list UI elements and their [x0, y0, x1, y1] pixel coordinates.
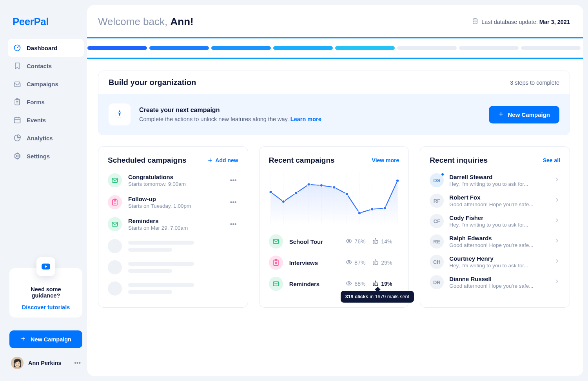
guidance-title: Need some guidance?: [16, 286, 75, 299]
nav-label: Dashboard: [27, 45, 57, 51]
sidebar-item-dashboard[interactable]: Dashboard: [8, 39, 84, 57]
campaign-chart: [269, 173, 399, 224]
campaign-name: Reminders: [289, 281, 346, 287]
inquiry-name: Darrell Steward: [449, 174, 551, 180]
sidebar-bottom: New Campaign 👩🏻 Ann Perkins •••: [9, 324, 82, 371]
scheduled-item[interactable]: CongratulationsStarts tomorrow, 9:00am••…: [108, 173, 238, 187]
recent-campaign-item[interactable]: Interviews87%29%: [269, 256, 399, 270]
inquiry-item[interactable]: DSDarrell StewardHey, I'm writing to you…: [430, 173, 560, 187]
inquiry-avatar: RE: [430, 234, 444, 249]
views-stat: 87%: [346, 259, 372, 267]
chevron-right-icon: [554, 217, 560, 225]
sidebar-item-campaigns[interactable]: Campaigns: [8, 75, 84, 93]
clicks-stat: 19%: [372, 280, 399, 288]
build-section: Build your organization 3 steps to compl…: [98, 71, 570, 135]
main-content: Welcome back, Ann! Last database update:…: [87, 5, 583, 376]
inquiry-avatar: DS: [430, 173, 444, 187]
card-title: Scheduled campaigns: [108, 156, 187, 165]
new-campaign-button[interactable]: New Campaign: [9, 330, 82, 348]
nav: DashboardContactsCampaignsFormsEventsAna…: [5, 39, 87, 268]
scheduled-item[interactable]: Follow-upStarts on Tuesday, 1:00pm•••: [108, 195, 238, 209]
progress-segment: [87, 46, 147, 50]
thumb-icon: [372, 259, 379, 267]
more-icon[interactable]: •••: [229, 219, 238, 229]
nav-label: Settings: [27, 153, 50, 160]
inquiry-item[interactable]: CFCody FisherHey, I'm writing to you to …: [430, 214, 560, 228]
progress-segment: [335, 46, 395, 50]
discover-tutorials-link[interactable]: Discover tutorials: [16, 304, 75, 310]
svg-point-7: [119, 112, 120, 113]
inquiry-message: Good afternoon! Hope you're safe...: [449, 201, 551, 207]
clipboard-icon: [269, 256, 283, 270]
add-new-link[interactable]: Add new: [207, 157, 238, 163]
chevron-right-icon: [554, 278, 560, 286]
more-icon[interactable]: •••: [229, 175, 238, 185]
mail-icon: [269, 277, 283, 291]
nav-label: Analytics: [27, 135, 53, 142]
inquiry-name: Robert Fox: [449, 194, 551, 201]
recent-campaign-item[interactable]: Reminders68%19%319 clicks in 1679 mails …: [269, 277, 399, 291]
svg-rect-3: [15, 118, 20, 123]
view-more-link[interactable]: View more: [372, 157, 399, 163]
button-label: New Campaign: [508, 111, 550, 118]
svg-point-26: [307, 183, 310, 186]
progress-segment: [211, 46, 271, 50]
svg-point-38: [348, 261, 350, 263]
clipboard-icon: [13, 98, 21, 106]
svg-point-40: [348, 283, 350, 284]
clicks-stat: 14%: [372, 238, 399, 245]
scheduled-item[interactable]: RemindersStarts on Mar 29, 7:00am•••: [108, 217, 238, 231]
clicks-stat: 29%: [372, 259, 399, 267]
inquiry-item[interactable]: RERalph EdwardsGood afternoon! Hope you'…: [430, 234, 560, 249]
svg-point-6: [473, 18, 477, 20]
progress-segment: [521, 46, 581, 50]
recent-inquiries-card: Recent inquiries See all DSDarrell Stewa…: [420, 146, 570, 308]
sidebar-item-contacts[interactable]: Contacts: [8, 57, 84, 75]
banner-title: Create your next campaign: [139, 107, 489, 114]
svg-point-30: [358, 212, 361, 215]
item-subtitle: Starts on Tuesday, 1:00pm: [128, 203, 229, 209]
svg-point-25: [294, 192, 298, 195]
card-title: Recent campaigns: [269, 156, 335, 165]
eye-icon: [346, 259, 352, 267]
guidance-card: Need some guidance? Discover tutorials: [9, 268, 82, 318]
campaign-name: Interviews: [289, 259, 346, 266]
see-all-link[interactable]: See all: [543, 157, 560, 163]
cards-row: Scheduled campaigns Add new Congratulati…: [98, 146, 570, 308]
sidebar-item-events[interactable]: Events: [8, 111, 84, 129]
new-campaign-label: New Campaign: [31, 336, 71, 343]
sidebar: PeerPal DashboardContactsCampaignsFormsE…: [5, 5, 87, 376]
inquiry-item[interactable]: DRDianne RussellGood afternoon! Hope you…: [430, 275, 560, 289]
profile[interactable]: 👩🏻 Ann Perkins •••: [9, 355, 82, 371]
scheduled-campaigns-card: Scheduled campaigns Add new Congratulati…: [98, 146, 248, 308]
skeleton-row: [108, 239, 238, 253]
more-icon[interactable]: •••: [229, 197, 238, 207]
inquiry-avatar: DR: [430, 275, 444, 289]
inquiry-item[interactable]: RFRobert FoxGood afternoon! Hope you're …: [430, 194, 560, 208]
new-campaign-banner-button[interactable]: New Campaign: [489, 106, 559, 123]
svg-point-32: [383, 207, 386, 210]
mail-icon: [269, 234, 283, 249]
welcome-text: Welcome back, Ann!: [98, 16, 194, 28]
nav-label: Contacts: [27, 63, 52, 69]
progress-segment: [397, 46, 457, 50]
calendar-icon: [13, 116, 21, 124]
inquiry-message: Good afternoon! Hope you're safe...: [449, 283, 551, 289]
skeleton-row: [108, 281, 238, 296]
recent-campaign-item[interactable]: School Tour76%14%: [269, 234, 399, 249]
profile-more-icon[interactable]: •••: [74, 359, 81, 366]
progress-segment: [459, 46, 519, 50]
mail-icon: [108, 217, 122, 231]
profile-name: Ann Perkins: [28, 360, 74, 366]
item-title: Congratulations: [128, 174, 229, 180]
bookmark-icon: [13, 62, 21, 70]
learn-more-link[interactable]: Learn more: [290, 116, 321, 122]
sidebar-item-settings[interactable]: Settings: [8, 147, 84, 165]
avatar: 👩🏻: [11, 357, 24, 369]
inquiry-item[interactable]: CHCourtney HenryHey, I'm writing to you …: [430, 255, 560, 269]
sidebar-item-analytics[interactable]: Analytics: [8, 129, 84, 147]
views-stat: 76%: [346, 238, 372, 245]
sidebar-item-forms[interactable]: Forms: [8, 93, 84, 111]
card-title: Recent inquiries: [430, 156, 488, 165]
video-icon: [36, 257, 55, 276]
